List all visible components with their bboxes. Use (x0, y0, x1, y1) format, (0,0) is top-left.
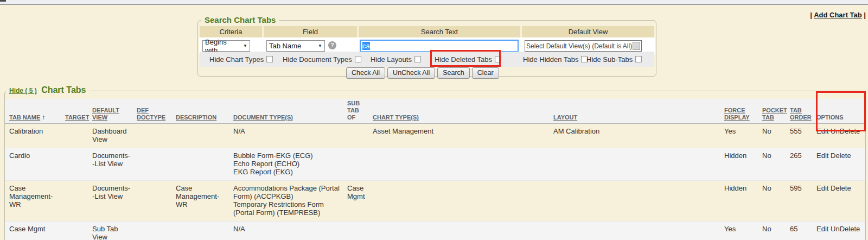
default-view-picker-label: Select Default View(s) (Default is All) (526, 42, 632, 50)
col-header-sub-tab-of: SUB TAB OF (343, 99, 368, 124)
cell-force-display: Yes (720, 124, 758, 148)
search-input-selected-text: ca (362, 42, 370, 50)
cell-tab-order: 65 (786, 222, 812, 240)
hide-chart-types-checkbox[interactable] (266, 56, 273, 62)
cell-tab-name: Cardio (5, 148, 61, 181)
hide-count-link[interactable]: Hide ( 5 ) (9, 87, 37, 94)
cell-description (171, 222, 229, 240)
col-header-target[interactable]: TARGET (61, 99, 88, 124)
col-header-description[interactable]: DESCRIPTION (171, 99, 229, 124)
col-header-layout[interactable]: LAYOUT (549, 99, 720, 124)
top-left-mark (0, 0, 6, 2)
criteria-column-header: Criteria (200, 26, 262, 37)
cell-tab-name: Case Management-WR (5, 181, 61, 222)
cell-tab-order: 595 (786, 181, 812, 222)
cell-layout (549, 222, 720, 240)
search-header-row: Criteria Field Search Text Default View (199, 26, 655, 37)
criteria-dropdown[interactable]: Begins with ▼ (202, 40, 250, 52)
col-header-pocket-tab[interactable]: POCKET TAB (758, 99, 786, 124)
hide-hidden-tabs-option: Hide Hidden Tabs (523, 52, 588, 67)
hide-layouts-option: Hide Layouts (371, 52, 421, 67)
cell-chart-types: Asset Management (368, 124, 549, 148)
cell-sub-tab-of (343, 222, 368, 240)
hide-sub-tabs-checkbox[interactable] (635, 56, 642, 62)
col-header-tab-name[interactable]: TAB NAME↑ (5, 99, 61, 124)
cell-layout (549, 181, 720, 222)
edit-link[interactable]: Edit (816, 151, 828, 160)
cell-target (61, 222, 88, 240)
search-chart-tabs-panel: Search Chart Tabs Criteria Field Search … (197, 20, 656, 77)
chart-tabs-panel: Hide ( 5 ) Chart Tabs TAB NAME↑ TARGET D… (4, 91, 866, 240)
table-row: Calibration Dashboard View N/A Asset Man… (5, 124, 865, 148)
chevron-down-icon: ▼ (315, 43, 322, 48)
search-panel-title: Search Chart Tabs (201, 15, 279, 25)
default-view-picker[interactable]: Select Default View(s) (Default is All) … (525, 40, 642, 52)
col-header-chart-types[interactable]: CHART TYPE(S) (368, 99, 549, 124)
chart-tabs-title: Chart Tabs (41, 85, 86, 94)
cell-sub-tab-of (343, 148, 368, 181)
cell-description: Case Management-WR (171, 181, 229, 222)
hide-layouts-label: Hide Layouts (371, 55, 412, 64)
cell-document-types: Accommodations Package (Portal Form) (AC… (229, 181, 343, 222)
edit-link[interactable]: Edit (816, 225, 828, 233)
hide-document-types-label: Hide Document Types (283, 55, 352, 64)
hide-deleted-tabs-label: Hide Deleted Tabs (435, 55, 492, 64)
cell-tab-order: 265 (786, 148, 812, 181)
add-chart-tab-area: | Add Chart Tab | (810, 11, 866, 19)
help-icon[interactable]: ? (328, 41, 336, 49)
col-header-force-display[interactable]: FORCE DISPLAY (720, 99, 758, 124)
table-row: Case Mgmt Sub Tab View N/A Yes No 65 Edi… (5, 222, 865, 240)
add-chart-tab-link[interactable]: Add Chart Tab (814, 11, 862, 19)
hide-document-types-option: Hide Document Types (283, 52, 361, 67)
pipe-right: | (864, 11, 866, 19)
cell-tab-name: Case Mgmt (5, 222, 61, 240)
cell-sub-tab-of: Case Mgmt (343, 181, 368, 222)
cell-document-types: Bubble Form-EKG (ECG) Echo Report (ECHO)… (229, 148, 343, 181)
search-button[interactable]: Search (437, 67, 470, 79)
col-header-document-types[interactable]: DOCUMENT TYPE(S) (229, 99, 343, 124)
field-dropdown[interactable]: Tab Name ▼ (266, 40, 325, 52)
cell-def-doctype (132, 222, 171, 240)
hide-filters-row: Hide Chart Types Hide Document Types Hid… (200, 52, 654, 67)
cell-options: Edit Delete (812, 148, 865, 181)
chevron-down-icon: ▼ (240, 43, 247, 48)
cell-document-types: N/A (229, 222, 343, 240)
hide-hidden-tabs-label: Hide Hidden Tabs (523, 55, 578, 64)
edit-link[interactable]: Edit (816, 127, 828, 135)
col-header-def-doctype[interactable]: DEF DOCTYPE (132, 99, 171, 124)
cell-default-view: Documents--List View (88, 148, 132, 181)
undelete-link[interactable]: UnDelete (831, 127, 860, 135)
hide-chart-types-label: Hide Chart Types (209, 55, 264, 64)
chart-tabs-title-area: Hide ( 5 ) Chart Tabs (6, 85, 90, 96)
search-text-input[interactable]: ca (360, 40, 519, 52)
edit-link[interactable]: Edit (816, 184, 828, 192)
cell-chart-types (368, 148, 549, 181)
hide-document-types-checkbox[interactable] (355, 56, 361, 62)
uncheck-all-button[interactable]: UnCheck All (387, 67, 435, 79)
chart-tabs-table: TAB NAME↑ TARGET DEFAULT VIEW DEF DOCTYP… (5, 99, 865, 240)
table-header-row: TAB NAME↑ TARGET DEFAULT VIEW DEF DOCTYP… (5, 99, 865, 124)
cell-force-display: Hidden (720, 148, 758, 181)
hide-chart-types-option: Hide Chart Types (209, 52, 273, 67)
delete-link[interactable]: Delete (831, 151, 851, 160)
delete-link[interactable]: Delete (831, 184, 851, 192)
check-all-button[interactable]: Check All (346, 67, 385, 79)
search-buttons-row: Check All UnCheck All Search Clear (346, 67, 499, 79)
clear-button[interactable]: Clear (472, 67, 499, 79)
sort-ascending-icon: ↑ (42, 114, 45, 121)
cell-pocket-tab: No (758, 222, 786, 240)
cell-default-view: Documents--List View (88, 181, 132, 222)
cell-chart-types (368, 181, 549, 222)
cell-target (61, 181, 88, 222)
hide-deleted-tabs-checkbox[interactable] (495, 56, 501, 62)
browser-top-strip (0, 0, 868, 4)
col-header-default-view[interactable]: DEFAULT VIEW (88, 99, 132, 124)
cell-pocket-tab: No (758, 148, 786, 181)
ellipsis-browse-icon: ... (633, 42, 640, 50)
cell-tab-order: 555 (786, 124, 812, 148)
col-header-tab-order[interactable]: TAB ORDER (786, 99, 812, 124)
undelete-link[interactable]: UnDelete (831, 225, 860, 233)
cell-def-doctype (132, 124, 171, 148)
cell-description (171, 148, 229, 181)
hide-layouts-checkbox[interactable] (414, 56, 421, 62)
